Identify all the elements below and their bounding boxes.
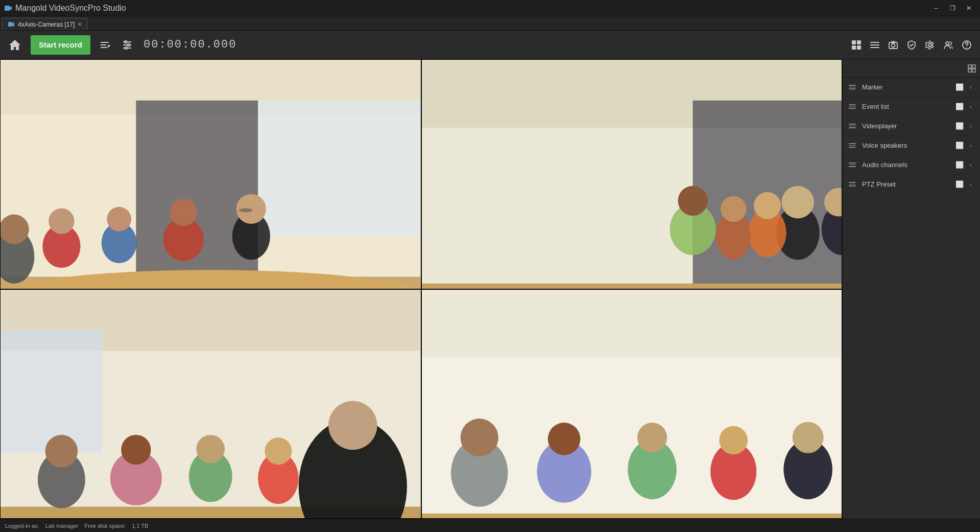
disk-space-label: Free disk space: xyxy=(85,523,126,529)
main-menu-button[interactable] xyxy=(867,37,883,53)
app-icon xyxy=(4,4,12,12)
svg-rect-43 xyxy=(692,101,842,289)
svg-point-72 xyxy=(258,452,299,504)
snapshot-button[interactable] xyxy=(885,37,901,53)
svg-point-37 xyxy=(1,229,34,284)
ptz-preset-menu-icon xyxy=(849,182,858,187)
minimize-button[interactable]: – xyxy=(929,3,943,13)
voice-speakers-dock-btn[interactable]: ⬜ xyxy=(953,141,966,150)
marker-collapse-btn[interactable]: ‹ xyxy=(968,82,974,92)
marker-menu-icon xyxy=(849,85,858,89)
tab-axis-cameras[interactable]: 4xAxis-Cameras [17] ✕ xyxy=(2,18,87,30)
svg-point-86 xyxy=(710,443,756,499)
svg-point-67 xyxy=(110,451,162,505)
event-list-collapse-btn[interactable]: ‹ xyxy=(968,102,974,111)
voice-speakers-collapse-btn[interactable]: ‹ xyxy=(968,141,974,150)
svg-point-46 xyxy=(781,186,814,219)
title-bar-left: Mangold VideoSyncPro Studio xyxy=(4,4,126,13)
maximize-button[interactable]: ❐ xyxy=(945,3,960,13)
svg-point-53 xyxy=(821,203,842,255)
tab-label: 4xAxis-Cameras [17] xyxy=(18,21,75,28)
svg-point-51 xyxy=(715,212,751,260)
svg-point-82 xyxy=(537,440,591,502)
svg-rect-61 xyxy=(1,330,102,452)
panel-item-ptz-preset: PTZ Preset ⬜ ‹ xyxy=(843,175,980,194)
voice-speakers-label: Voice speakers xyxy=(862,142,949,149)
ptz-preset-actions: ⬜ ‹ xyxy=(953,179,974,189)
close-button[interactable]: ✕ xyxy=(962,3,976,13)
svg-point-80 xyxy=(460,419,498,456)
start-record-button[interactable]: Start record xyxy=(31,35,90,55)
svg-rect-92 xyxy=(968,65,971,68)
tab-close-button[interactable]: ✕ xyxy=(78,21,82,27)
camera-cell-1[interactable] xyxy=(0,59,421,289)
svg-point-35 xyxy=(42,224,80,268)
grid-view-button[interactable] xyxy=(848,37,865,53)
svg-marker-4 xyxy=(9,40,20,50)
svg-point-11 xyxy=(128,43,130,46)
home-button[interactable] xyxy=(5,35,25,55)
security-button[interactable] xyxy=(903,37,920,53)
svg-rect-93 xyxy=(972,65,975,68)
ptz-preset-collapse-btn[interactable]: ‹ xyxy=(968,179,974,189)
svg-point-47 xyxy=(670,203,715,255)
help-button[interactable] xyxy=(959,37,975,53)
svg-point-31 xyxy=(163,218,204,261)
svg-rect-75 xyxy=(422,290,842,519)
camera-feed-4 xyxy=(422,290,842,519)
event-list-dock-btn[interactable]: ⬜ xyxy=(953,102,966,111)
svg-point-32 xyxy=(170,199,197,226)
tab-bar: 4xAxis-Cameras [17] ✕ xyxy=(0,16,980,31)
svg-rect-0 xyxy=(5,6,10,11)
ptz-preset-dock-btn[interactable]: ⬜ xyxy=(953,179,966,189)
svg-point-15 xyxy=(892,43,895,47)
svg-rect-77 xyxy=(422,357,842,519)
tab-icon xyxy=(8,21,15,28)
snapshot-icon xyxy=(888,40,898,50)
videoplayer-menu-icon xyxy=(849,124,858,128)
panel-item-voice-speakers: Voice speakers ⬜ ‹ xyxy=(843,136,980,155)
svg-point-52 xyxy=(721,196,746,222)
svg-rect-2 xyxy=(8,22,12,27)
svg-rect-25 xyxy=(258,101,420,236)
camera-cell-2[interactable] xyxy=(421,59,843,289)
shield-icon xyxy=(906,40,917,50)
svg-point-28 xyxy=(232,212,270,260)
svg-point-88 xyxy=(783,440,832,499)
svg-point-64 xyxy=(328,401,377,450)
marker-dock-btn[interactable]: ⬜ xyxy=(953,82,966,92)
grid-view-icon xyxy=(852,40,861,50)
audio-channels-collapse-btn[interactable]: ‹ xyxy=(968,160,974,170)
svg-point-84 xyxy=(628,440,677,499)
svg-point-71 xyxy=(196,434,225,463)
panel-expand-icon[interactable] xyxy=(968,64,976,73)
sliders-button[interactable] xyxy=(119,37,135,53)
videoplayer-collapse-btn[interactable]: ‹ xyxy=(968,121,974,131)
svg-point-54 xyxy=(824,188,842,217)
settings-button[interactable] xyxy=(922,37,938,53)
audio-channels-actions: ⬜ ‹ xyxy=(953,160,974,170)
audio-channels-dock-btn[interactable]: ⬜ xyxy=(953,160,966,170)
svg-rect-44 xyxy=(422,284,842,289)
svg-point-63 xyxy=(299,419,407,519)
videoplayer-dock-btn[interactable]: ⬜ xyxy=(953,121,966,131)
svg-point-20 xyxy=(966,47,967,48)
svg-point-33 xyxy=(102,222,137,263)
svg-point-89 xyxy=(792,422,823,453)
svg-point-27 xyxy=(1,270,421,289)
svg-rect-21 xyxy=(1,60,421,289)
event-list-label: Event list xyxy=(862,103,949,110)
audio-channels-menu-icon xyxy=(849,163,858,167)
camera-cell-4[interactable] xyxy=(421,289,843,519)
videoplayer-actions: ⬜ ‹ xyxy=(953,121,974,131)
svg-rect-76 xyxy=(422,290,842,358)
camera-cell-3[interactable] xyxy=(0,289,421,519)
home-icon xyxy=(8,38,21,52)
camera-feed-2 xyxy=(422,60,842,289)
users-button[interactable] xyxy=(940,37,957,53)
settings-icon xyxy=(925,40,935,50)
svg-point-65 xyxy=(38,451,85,507)
event-list-menu-icon xyxy=(849,104,858,109)
svg-point-38 xyxy=(1,214,29,244)
annotation-menu-button[interactable] xyxy=(97,37,113,53)
